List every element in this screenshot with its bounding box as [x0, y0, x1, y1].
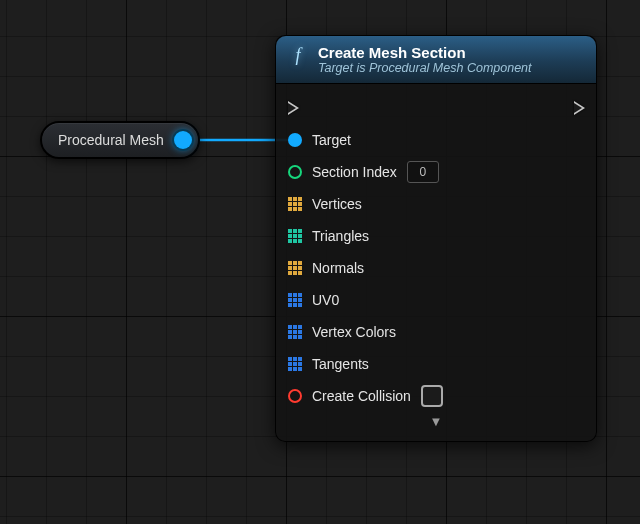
input-pin-target-row: Target [288, 124, 584, 156]
input-pin-vertices-row: Vertices [288, 188, 584, 220]
input-pin-vertex-colors[interactable] [288, 325, 302, 339]
input-pin-tangents-row: Tangents [288, 348, 584, 380]
input-pin-normals-label: Normals [312, 260, 364, 276]
variable-node-label: Procedural Mesh [58, 132, 164, 148]
input-pin-create-collision-row: Create Collision [288, 380, 584, 412]
input-pin-vertices-label: Vertices [312, 196, 362, 212]
input-pin-create-collision-label: Create Collision [312, 388, 411, 404]
input-pin-normals[interactable] [288, 261, 302, 275]
input-pin-vertex-colors-label: Vertex Colors [312, 324, 396, 340]
input-pin-triangles-row: Triangles [288, 220, 584, 252]
input-pin-triangles-label: Triangles [312, 228, 369, 244]
function-node-subtitle: Target is Procedural Mesh Component [318, 61, 532, 75]
input-pin-target[interactable] [288, 133, 302, 147]
input-pin-vertex-colors-row: Vertex Colors [288, 316, 584, 348]
function-node-title: Create Mesh Section [318, 44, 532, 61]
function-node-body: Target Section Index 0 Vertices Triangle… [276, 84, 596, 441]
input-pin-uv0-label: UV0 [312, 292, 339, 308]
input-pin-create-collision[interactable] [288, 389, 302, 403]
function-node-create-mesh-section[interactable]: f Create Mesh Section Target is Procedur… [275, 35, 597, 442]
blueprint-graph-canvas[interactable]: Procedural Mesh f Create Mesh Section Ta… [0, 0, 640, 524]
input-pin-vertices[interactable] [288, 197, 302, 211]
exec-input-pin[interactable] [288, 93, 298, 123]
input-pin-section-index-row: Section Index 0 [288, 156, 584, 188]
input-pin-uv0-row: UV0 [288, 284, 584, 316]
create-collision-checkbox[interactable] [421, 385, 443, 407]
input-section-index-value[interactable]: 0 [407, 161, 439, 183]
input-pin-tangents[interactable] [288, 357, 302, 371]
input-pin-tangents-label: Tangents [312, 356, 369, 372]
exec-output-pin[interactable] [574, 93, 584, 123]
input-pin-section-index-label: Section Index [312, 164, 397, 180]
input-pin-uv0[interactable] [288, 293, 302, 307]
input-pin-section-index[interactable] [288, 165, 302, 179]
function-node-header[interactable]: f Create Mesh Section Target is Procedur… [276, 36, 596, 84]
variable-node-procedural-mesh[interactable]: Procedural Mesh [40, 121, 200, 159]
output-pin-object[interactable] [174, 131, 192, 149]
chevron-down-icon: ▼ [430, 414, 443, 429]
exec-row [288, 92, 584, 124]
expand-node-toggle[interactable]: ▼ [288, 412, 584, 435]
function-icon: f [288, 44, 308, 66]
input-pin-target-label: Target [312, 132, 351, 148]
input-pin-triangles[interactable] [288, 229, 302, 243]
input-pin-normals-row: Normals [288, 252, 584, 284]
